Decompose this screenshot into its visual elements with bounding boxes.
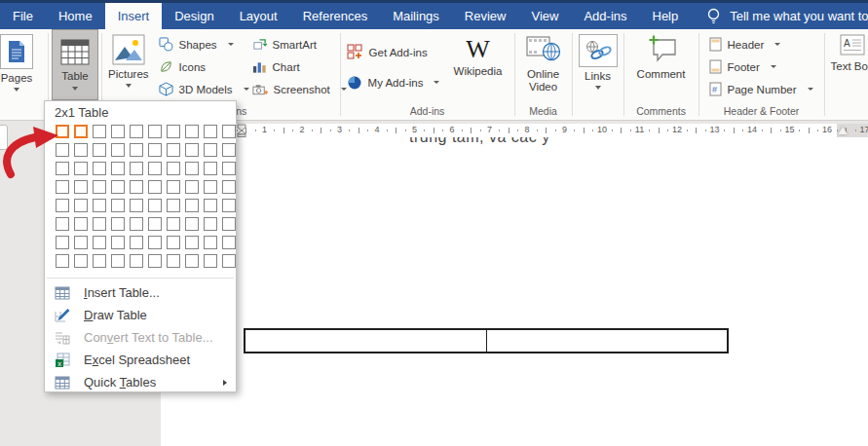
grid-cell-7x5[interactable] (167, 199, 180, 212)
grid-cell-2x1[interactable] (74, 125, 88, 138)
document-table-cell-1[interactable] (245, 330, 487, 352)
grid-cell-1x4[interactable] (56, 180, 69, 194)
menu-item-convert-text-to-table[interactable]: Convert Text to Table... (45, 326, 236, 349)
grid-cell-1x2[interactable] (56, 143, 69, 157)
grid-cell-8x7[interactable] (185, 236, 199, 249)
grid-cell-1x1[interactable] (56, 125, 69, 138)
shapes-button[interactable]: Shapes (154, 33, 247, 56)
grid-cell-1x5[interactable] (56, 199, 69, 212)
grid-cell-6x1[interactable] (148, 125, 162, 138)
grid-cell-8x8[interactable] (185, 254, 199, 268)
grid-cell-3x8[interactable] (93, 254, 106, 268)
pictures-button[interactable]: Pictures (103, 29, 154, 88)
document-table-cell-2[interactable] (487, 330, 728, 352)
grid-cell-3x4[interactable] (93, 180, 106, 194)
menu-item-draw-table[interactable]: Draw Table (45, 304, 236, 326)
grid-cell-7x8[interactable] (167, 254, 180, 268)
icons-button[interactable]: Icons (154, 56, 247, 78)
grid-cell-9x8[interactable] (204, 254, 217, 268)
grid-cell-3x6[interactable] (93, 217, 106, 231)
get-addins-button[interactable]: Get Add-ins (342, 37, 443, 67)
grid-cell-4x4[interactable] (111, 180, 125, 194)
grid-cell-3x3[interactable] (93, 162, 106, 175)
grid-cell-2x7[interactable] (74, 236, 88, 249)
grid-cell-2x2[interactable] (74, 143, 88, 157)
links-button[interactable]: Links (574, 29, 623, 90)
grid-cell-5x2[interactable] (130, 143, 143, 157)
tab-mailings[interactable]: Mailings (380, 3, 452, 29)
comment-button[interactable]: Comment (625, 29, 698, 81)
grid-cell-4x8[interactable] (111, 254, 125, 268)
menu-item-excel-spreadsheet[interactable]: x Excel Spreadsheet (45, 349, 236, 371)
grid-cell-8x2[interactable] (185, 143, 199, 157)
menu-item-quick-tables[interactable]: Quick Tables (45, 371, 236, 393)
grid-cell-1x3[interactable] (56, 162, 69, 175)
grid-cell-7x7[interactable] (167, 236, 180, 249)
grid-cell-6x8[interactable] (148, 254, 162, 268)
grid-cell-4x5[interactable] (111, 199, 125, 212)
grid-cell-2x5[interactable] (74, 199, 88, 212)
pages-button[interactable]: Pages (0, 29, 47, 92)
grid-cell-10x6[interactable] (222, 217, 236, 231)
grid-cell-8x5[interactable] (185, 199, 199, 212)
online-video-button[interactable]: Online Video (516, 29, 571, 93)
tab-references[interactable]: References (290, 3, 380, 29)
grid-cell-5x8[interactable] (130, 254, 143, 268)
grid-cell-10x4[interactable] (222, 180, 236, 194)
grid-cell-10x5[interactable] (222, 199, 236, 212)
grid-cell-5x5[interactable] (130, 199, 143, 212)
document-table[interactable] (244, 328, 729, 353)
indent-markers[interactable] (237, 124, 249, 137)
grid-cell-9x7[interactable] (204, 236, 217, 249)
grid-cell-4x1[interactable] (111, 125, 125, 138)
grid-cell-7x4[interactable] (167, 180, 180, 194)
grid-cell-4x2[interactable] (111, 143, 125, 157)
chart-button[interactable]: Chart (247, 56, 339, 78)
grid-cell-5x7[interactable] (130, 236, 143, 249)
grid-cell-3x7[interactable] (93, 236, 106, 249)
grid-cell-7x2[interactable] (167, 143, 180, 157)
grid-cell-5x1[interactable] (130, 125, 143, 138)
table-button[interactable]: Table (52, 29, 98, 100)
grid-cell-8x6[interactable] (185, 217, 199, 231)
grid-cell-9x1[interactable] (204, 125, 217, 138)
grid-cell-5x4[interactable] (130, 180, 143, 194)
grid-cell-1x8[interactable] (56, 254, 69, 268)
grid-cell-8x3[interactable] (185, 162, 199, 175)
grid-cell-9x5[interactable] (204, 199, 217, 212)
smartart-button[interactable]: SmartArt (247, 33, 339, 56)
tab-layout[interactable]: Layout (227, 3, 290, 29)
document-page[interactable]: trung tâm, và các ý (161, 124, 868, 446)
grid-cell-10x3[interactable] (222, 162, 236, 175)
my-addins-button[interactable]: My Add-ins (342, 67, 443, 97)
grid-cell-7x3[interactable] (167, 162, 180, 175)
grid-cell-2x8[interactable] (74, 254, 88, 268)
grid-cell-2x6[interactable] (74, 217, 88, 231)
grid-cell-2x4[interactable] (74, 180, 88, 194)
grid-cell-4x7[interactable] (111, 236, 125, 249)
wikipedia-button[interactable]: W Wikipedia (443, 29, 513, 78)
grid-cell-9x4[interactable] (204, 180, 217, 194)
grid-cell-3x2[interactable] (93, 143, 106, 157)
right-indent-marker[interactable] (838, 127, 848, 134)
tell-me-box[interactable]: Tell me what you want to do (706, 3, 868, 29)
tab-home[interactable]: Home (46, 3, 105, 29)
grid-cell-9x2[interactable] (204, 143, 217, 157)
grid-cell-8x1[interactable] (185, 125, 199, 138)
grid-cell-9x6[interactable] (204, 217, 217, 231)
footer-button[interactable]: Footer (704, 56, 823, 78)
grid-cell-5x3[interactable] (130, 162, 143, 175)
tab-view[interactable]: View (518, 3, 571, 29)
tab-add-ins[interactable]: Add-ins (571, 3, 639, 29)
grid-cell-9x3[interactable] (204, 162, 217, 175)
grid-cell-1x6[interactable] (56, 217, 69, 231)
grid-cell-6x4[interactable] (148, 180, 162, 194)
tab-review[interactable]: Review (452, 3, 519, 29)
tab-insert[interactable]: Insert (105, 3, 163, 29)
grid-cell-10x1[interactable] (222, 125, 236, 138)
grid-cell-10x8[interactable] (222, 254, 236, 268)
grid-cell-8x4[interactable] (185, 180, 199, 194)
grid-cell-3x5[interactable] (93, 199, 106, 212)
grid-cell-6x6[interactable] (148, 217, 162, 231)
grid-cell-7x6[interactable] (167, 217, 180, 231)
